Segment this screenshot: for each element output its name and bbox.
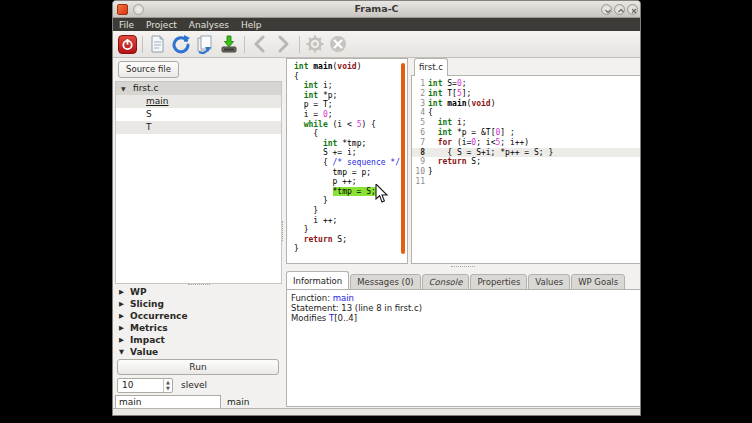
expander-icon[interactable]: ▶	[119, 312, 124, 320]
code-line[interactable]: int *p;	[294, 91, 400, 101]
section-slicing[interactable]: ▶Slicing	[115, 299, 282, 311]
maximize-button[interactable]	[614, 4, 625, 15]
section-label: Occurrence	[130, 311, 188, 321]
titlebar[interactable]: Frama-C	[113, 1, 640, 18]
menu-item-help[interactable]: Help	[241, 20, 262, 30]
code-line[interactable]: while (i < 5) {	[294, 120, 400, 130]
toolbar	[113, 31, 640, 58]
center-code: int main(void){ int i; int *p; p = T; i …	[294, 62, 400, 254]
source-line[interactable]: 2int T[5];	[412, 89, 640, 99]
section-label: Metrics	[130, 323, 168, 333]
source-line[interactable]: 3int main(void)	[412, 99, 640, 109]
reload-icon[interactable]	[171, 34, 191, 54]
tree-item-label: T	[146, 121, 152, 134]
vertical-splitter-handle[interactable]	[282, 221, 284, 241]
source-line[interactable]: 4{	[412, 108, 640, 118]
information-content: Function: mainStatement: 13 (line 8 in f…	[286, 289, 641, 407]
toolbar-separator	[244, 36, 245, 53]
line-number: 4	[412, 108, 428, 118]
code-line[interactable]: int main(void)	[294, 62, 400, 72]
tree-item-firstc[interactable]: ▼first.c	[116, 82, 281, 95]
code-line[interactable]: tmp = p;	[294, 168, 400, 178]
expander-icon[interactable]: ▼	[121, 82, 126, 95]
save-icon[interactable]	[219, 34, 239, 54]
source-line[interactable]: 8 { S = S+i; *p++ = S; }	[412, 148, 640, 158]
expander-icon[interactable]: ▶	[119, 300, 124, 308]
line-number: 7	[412, 138, 428, 148]
tab-messages-0-[interactable]: Messages (0)	[350, 274, 420, 290]
menu-item-analyses[interactable]: Analyses	[189, 20, 229, 30]
source-line[interactable]: 11	[412, 177, 640, 187]
tab-first-c[interactable]: first.c	[414, 58, 448, 76]
run-button[interactable]: Run	[117, 359, 279, 375]
code-line[interactable]: int *tmp;	[294, 139, 400, 149]
menubar: FileProjectAnalysesHelp	[113, 18, 640, 31]
code-line[interactable]: S += i;	[294, 148, 400, 158]
line-number: 8	[412, 148, 428, 158]
toolbar-separator	[299, 36, 300, 53]
expander-icon[interactable]: ▼	[119, 348, 124, 356]
section-label: Value	[130, 347, 158, 357]
section-wp[interactable]: ▶WP	[115, 287, 282, 299]
section-impact[interactable]: ▶Impact	[115, 335, 282, 347]
tab-values[interactable]: Values	[528, 274, 570, 290]
left-panel: Source file ▼first.cmainST ▶WP▶Slicing▶O…	[115, 59, 282, 408]
code-line[interactable]: i ++;	[294, 216, 400, 226]
source-file-button[interactable]: Source file	[118, 61, 179, 78]
code-line[interactable]: }	[294, 244, 400, 254]
section-value[interactable]: ▼Value	[115, 347, 282, 359]
duplicate-icon[interactable]	[195, 34, 215, 54]
tree-item-main[interactable]: main	[116, 95, 281, 108]
expander-icon[interactable]: ▶	[119, 324, 124, 332]
right-code: 1int S=0;2int T[5];3int main(void)4{5 in…	[412, 79, 640, 187]
tree-item-T[interactable]: T	[116, 121, 281, 134]
menu-item-file[interactable]: File	[119, 20, 134, 30]
expander-icon[interactable]: ▶	[119, 336, 124, 344]
section-label: WP	[130, 287, 147, 297]
tab-information[interactable]: Information	[286, 271, 349, 290]
code-line[interactable]: {	[294, 72, 400, 82]
section-occurrence[interactable]: ▶Occurrence	[115, 311, 282, 323]
mouse-cursor-icon	[375, 184, 389, 208]
source-line[interactable]: 7 for (i=0; i<5; i++)	[412, 138, 640, 148]
tab-wp-goals[interactable]: WP Goals	[571, 274, 625, 290]
source-line[interactable]: 1int S=0;	[412, 79, 640, 89]
notebook-tabs: InformationMessages (0)ConsoleProperties…	[286, 271, 626, 290]
source-line[interactable]: 6 int *p = &T[0] ;	[412, 128, 640, 138]
source-line[interactable]: 5 int i;	[412, 118, 640, 128]
code-line[interactable]: {	[294, 129, 400, 139]
horizontal-splitter-handle[interactable]	[451, 266, 475, 268]
line-number: 2	[412, 89, 428, 99]
original-source-panel[interactable]: 1int S=0;2int T[5];3int main(void)4{5 in…	[411, 75, 641, 264]
gear-icon	[305, 34, 325, 54]
menu-item-project[interactable]: Project	[146, 20, 177, 30]
stop-icon	[328, 34, 348, 54]
code-line[interactable]: { /* sequence */	[294, 158, 400, 168]
tab-console[interactable]: Console	[422, 274, 470, 290]
code-line[interactable]: return S;	[294, 235, 400, 245]
toolbar-separator	[142, 36, 143, 53]
normalized-code-panel[interactable]: int main(void){ int i; int *p; p = T; i …	[286, 58, 408, 264]
source-line[interactable]: 10}	[412, 167, 640, 177]
back-icon	[250, 34, 270, 54]
expander-icon[interactable]: ▶	[119, 288, 124, 296]
tab-properties[interactable]: Properties	[470, 274, 527, 290]
minimize-button[interactable]	[601, 4, 612, 15]
code-line[interactable]: p = T;	[294, 100, 400, 110]
close-button[interactable]	[627, 4, 638, 15]
spinner-stepper-icon[interactable]: ▲▼	[163, 379, 172, 392]
analysis-sections: ▶WP▶Slicing▶Occurrence▶Metrics▶Impact▼Va…	[115, 287, 282, 359]
code-line[interactable]: }	[294, 225, 400, 235]
tree-item-S[interactable]: S	[116, 108, 281, 121]
power-icon[interactable]	[118, 35, 137, 54]
orange-scrollbar[interactable]	[401, 63, 405, 254]
window-title: Frama-C	[113, 3, 640, 14]
new-file-icon[interactable]	[147, 34, 167, 54]
line-number: 3	[412, 99, 428, 109]
source-line[interactable]: 9 return S;	[412, 157, 640, 167]
code-line[interactable]: int i;	[294, 81, 400, 91]
tree-item-label: main	[146, 95, 169, 108]
code-line[interactable]: i = 0;	[294, 110, 400, 120]
section-metrics[interactable]: ▶Metrics	[115, 323, 282, 335]
information-line: Function: main	[291, 293, 636, 303]
